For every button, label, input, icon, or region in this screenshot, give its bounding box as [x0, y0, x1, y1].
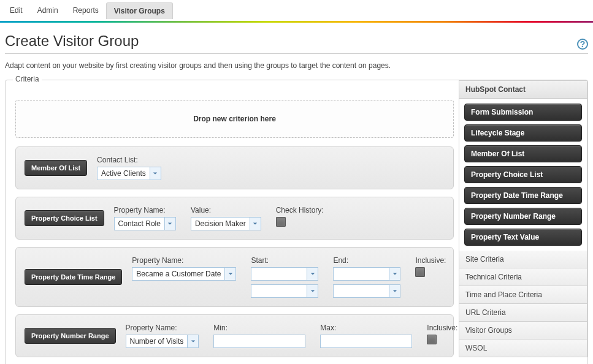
tab-admin[interactable]: Admin	[30, 2, 66, 19]
property-name-combo[interactable]: Contact Role	[114, 217, 176, 230]
max-input[interactable]	[320, 335, 412, 348]
palette-item-form-submission[interactable]: Form Submission	[464, 104, 582, 121]
accent-bar	[0, 21, 593, 23]
chevron-down-icon[interactable]	[164, 218, 175, 230]
chevron-down-icon[interactable]	[150, 167, 161, 180]
field-label: Contact List:	[97, 156, 161, 164]
palette-item-property-number-range[interactable]: Property Number Range	[464, 208, 582, 225]
criterion-property-choice-list: Property Choice ListProperty Name:Contac…	[15, 197, 454, 240]
palette-item-property-text-value[interactable]: Property Text Value	[464, 229, 582, 246]
property-name-combo[interactable]: Number of Visits	[126, 335, 199, 348]
chevron-down-icon[interactable]	[389, 285, 400, 297]
field-label: Inclusive:	[427, 324, 457, 332]
top-tabs: EditAdminReportsVisitor Groups	[0, 0, 593, 21]
criterion-badge[interactable]: Property Date Time Range	[25, 269, 122, 285]
criterion-property-number-range: Property Number RangeProperty Name:Numbe…	[15, 314, 454, 357]
chevron-down-icon[interactable]	[187, 335, 198, 347]
palette-item-property-choice-list[interactable]: Property Choice List	[464, 166, 582, 183]
palette-item-member-of-list[interactable]: Member Of List	[464, 145, 582, 162]
criterion-badge[interactable]: Property Number Range	[25, 328, 116, 344]
palette-header[interactable]: HubSpot Contact	[459, 80, 587, 99]
criteria-legend: Criteria	[13, 75, 42, 83]
criterion-member-of-list: Member Of ListContact List:Active Client…	[15, 146, 454, 189]
criterion-badge[interactable]: Member Of List	[25, 160, 87, 176]
field-label: Start:	[251, 256, 318, 265]
field-label: End:	[333, 256, 400, 265]
check-history-checkbox[interactable]	[276, 217, 286, 227]
criteria-fieldset: Criteria Drop new criterion here Member …	[5, 80, 588, 364]
chevron-down-icon[interactable]	[307, 285, 318, 297]
start-1-combo[interactable]	[251, 267, 318, 281]
end-1-combo[interactable]	[333, 267, 400, 281]
page-title: Create Visitor Group	[5, 32, 139, 50]
criteria-dropzone[interactable]: Drop new criterion here	[15, 100, 454, 138]
field-label: Max:	[320, 324, 412, 332]
property-name-combo[interactable]: Became a Customer Date	[132, 267, 236, 281]
criteria-palette: HubSpot Contact Form SubmissionLifecycle…	[459, 80, 587, 364]
tab-visitor-groups[interactable]: Visitor Groups	[106, 2, 173, 19]
palette-category-time-and-place-criteria[interactable]: Time and Place Criteria	[459, 286, 587, 304]
chevron-down-icon[interactable]	[224, 268, 235, 280]
palette-item-property-date-time-range[interactable]: Property Date Time Range	[464, 187, 582, 204]
field-label: Property Name:	[132, 256, 236, 265]
chevron-down-icon[interactable]	[389, 268, 400, 280]
palette-category-site-criteria[interactable]: Site Criteria	[459, 251, 587, 268]
field-label: Value:	[191, 206, 261, 214]
chevron-down-icon[interactable]	[250, 218, 261, 230]
field-label: Property Name:	[126, 324, 199, 332]
inclusive-checkbox[interactable]	[415, 267, 425, 277]
criterion-property-date-time-range: Property Date Time RangeProperty Name:Be…	[15, 247, 454, 307]
inclusive-checkbox[interactable]	[427, 335, 437, 344]
chevron-down-icon[interactable]	[307, 268, 318, 280]
contact-list-combo[interactable]: Active Clients	[97, 167, 161, 180]
criterion-badge[interactable]: Property Choice List	[25, 210, 104, 226]
field-label: Check History:	[276, 206, 324, 214]
start-2-combo[interactable]	[251, 284, 318, 298]
min-input[interactable]	[213, 335, 305, 348]
help-icon[interactable]: ?	[577, 39, 588, 50]
palette-category-visitor-groups[interactable]: Visitor Groups	[459, 322, 587, 339]
tab-reports[interactable]: Reports	[66, 2, 106, 19]
field-label: Property Name:	[114, 206, 176, 214]
palette-item-lifecycle-stage[interactable]: Lifecycle Stage	[464, 124, 582, 142]
tab-edit[interactable]: Edit	[2, 2, 30, 19]
end-2-combo[interactable]	[333, 284, 400, 298]
palette-category-url-criteria[interactable]: URL Criteria	[459, 304, 587, 322]
field-label: Inclusive:	[415, 256, 446, 265]
palette-category-wsol[interactable]: WSOL	[459, 339, 587, 357]
field-label: Min:	[213, 324, 305, 332]
palette-category-technical-criteria[interactable]: Technical Criteria	[459, 268, 587, 286]
page-hint: Adapt content on your website by first c…	[5, 61, 588, 70]
value-combo[interactable]: Decision Maker	[191, 217, 261, 230]
